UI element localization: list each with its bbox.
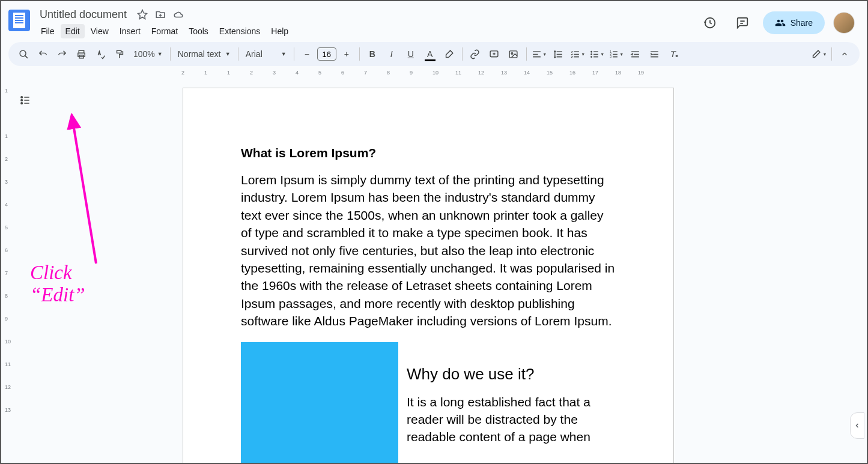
increase-font-icon[interactable]: +: [338, 45, 356, 63]
menu-help[interactable]: Help: [266, 24, 293, 38]
text-color-icon[interactable]: A: [421, 45, 439, 63]
editing-mode-icon[interactable]: ▼: [810, 45, 828, 63]
font-family-select[interactable]: Arial▼: [242, 49, 290, 59]
docs-logo[interactable]: [8, 10, 30, 31]
outline-toggle-icon[interactable]: [16, 91, 34, 109]
paint-format-icon[interactable]: [111, 45, 129, 63]
numbered-list-icon[interactable]: 123▼: [607, 45, 625, 63]
menu-view[interactable]: View: [86, 24, 114, 38]
indent-increase-icon[interactable]: [646, 45, 664, 63]
doc-heading-1[interactable]: What is Lorem Ipsum?: [241, 146, 616, 160]
star-icon[interactable]: [136, 8, 148, 20]
ruler-vertical[interactable]: 112345678910111213: [1, 80, 13, 463]
underline-icon[interactable]: U: [402, 45, 420, 63]
bullet-list-icon[interactable]: ▼: [588, 45, 606, 63]
share-button[interactable]: Share: [763, 11, 825, 34]
toolbar: 100%▼ Normal text▼ Arial▼ − 16 + B I U A…: [8, 42, 860, 66]
font-size-input[interactable]: 16: [317, 47, 336, 61]
menubar: File Edit View Insert Format Tools Exten…: [36, 24, 698, 38]
svg-point-16: [21, 103, 23, 104]
svg-rect-4: [117, 50, 121, 53]
indent-decrease-icon[interactable]: [627, 45, 645, 63]
link-icon[interactable]: [466, 45, 484, 63]
history-icon[interactable]: [698, 11, 722, 35]
doc-heading-2[interactable]: Why do we use it?: [407, 365, 616, 384]
comments-icon[interactable]: [730, 11, 754, 35]
people-icon: [775, 17, 786, 28]
svg-point-0: [20, 50, 26, 56]
line-spacing-icon[interactable]: [550, 45, 568, 63]
menu-edit[interactable]: Edit: [61, 24, 85, 38]
collapse-toolbar-icon[interactable]: [836, 45, 854, 63]
menu-file[interactable]: File: [36, 24, 59, 38]
italic-icon[interactable]: I: [383, 45, 401, 63]
bold-icon[interactable]: B: [363, 45, 381, 63]
search-icon[interactable]: [14, 45, 32, 63]
move-icon[interactable]: [154, 8, 166, 20]
svg-point-8: [591, 51, 592, 52]
share-label: Share: [791, 18, 813, 28]
account-avatar[interactable]: [833, 12, 855, 34]
comment-add-icon[interactable]: [485, 45, 503, 63]
print-icon[interactable]: [72, 45, 90, 63]
svg-point-9: [591, 53, 592, 54]
decrease-font-icon[interactable]: −: [298, 45, 316, 63]
zoom-select[interactable]: 100%▼: [130, 49, 166, 59]
svg-point-15: [21, 100, 23, 101]
svg-point-7: [511, 52, 513, 54]
doc-image-placeholder[interactable]: [241, 342, 398, 463]
spellcheck-icon[interactable]: [91, 45, 109, 63]
ruler-horizontal[interactable]: 2112345678910111213141516171819: [1, 70, 867, 80]
clear-format-icon[interactable]: [665, 45, 683, 63]
image-icon[interactable]: [505, 45, 523, 63]
paragraph-style-select[interactable]: Normal text▼: [174, 49, 234, 59]
cloud-status-icon[interactable]: [172, 8, 184, 20]
redo-icon[interactable]: [53, 45, 71, 63]
menu-tools[interactable]: Tools: [184, 24, 213, 38]
menu-format[interactable]: Format: [147, 24, 183, 38]
align-icon[interactable]: ▼: [530, 45, 548, 63]
svg-point-14: [21, 97, 23, 98]
highlight-icon[interactable]: [440, 45, 458, 63]
checklist-icon[interactable]: ▼: [569, 45, 587, 63]
menu-insert[interactable]: Insert: [115, 24, 145, 38]
doc-paragraph-2[interactable]: It is a long established fact that a rea…: [407, 393, 616, 446]
svg-point-10: [591, 56, 592, 57]
undo-icon[interactable]: [34, 45, 52, 63]
document-page[interactable]: What is Lorem Ipsum? Lorem Ipsum is simp…: [183, 88, 674, 463]
menu-extensions[interactable]: Extensions: [214, 24, 265, 38]
doc-paragraph-1[interactable]: Lorem Ipsum is simply dummy text of the …: [241, 171, 616, 330]
side-panel-toggle-icon[interactable]: [850, 412, 864, 439]
document-title[interactable]: Untitled document: [36, 7, 130, 22]
svg-text:3: 3: [610, 55, 612, 58]
